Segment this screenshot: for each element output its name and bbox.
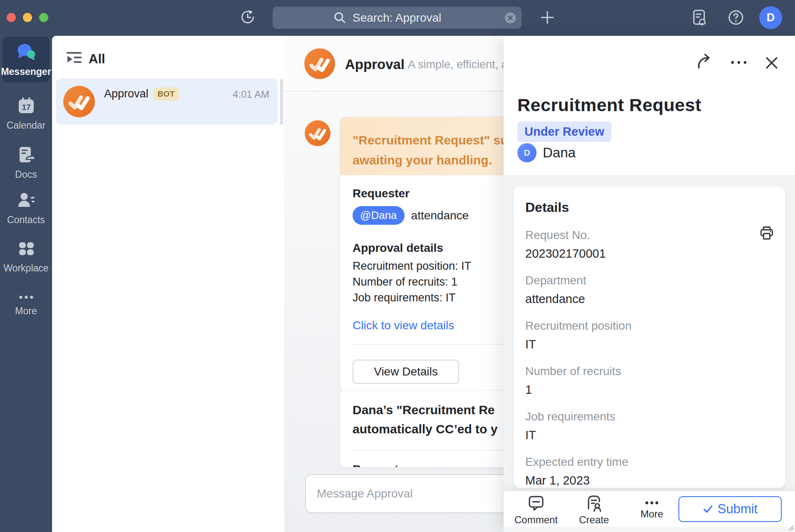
sidebar-item-messenger[interactable]: Messenger [2,37,50,82]
approval-bot-avatar [63,86,95,119]
chat-subtitle: A simple, efficient, ar [408,58,512,71]
sidebar-item-label: Messenger [1,66,51,77]
ellipsis-icon [17,293,36,303]
new-chat-button[interactable] [539,9,556,27]
window-titlebar: D [0,0,795,36]
sidebar-item-label: Contacts [7,214,45,226]
detail-row: Job requirements IT [525,410,773,443]
search-input[interactable] [353,11,461,25]
announcements-button[interactable] [690,8,709,27]
approval-bot-avatar [304,48,335,81]
sidebar-item-docs[interactable]: Docs [0,145,52,185]
mention-dana[interactable]: @Dana [353,206,405,225]
maximize-window-button[interactable] [39,13,48,22]
detail-row: Expected entry time Mar 1, 2023 [525,455,773,488]
user-avatar[interactable]: D [759,6,782,29]
print-button[interactable] [759,226,774,242]
history-button[interactable] [238,8,257,27]
submit-label: Submit [718,502,758,517]
approval-bot-avatar [305,120,330,148]
share-arrow-icon [695,66,713,72]
chat-title: Approval [345,57,405,72]
history-clock-icon [239,9,256,27]
detail-value: attendance [525,291,773,306]
sidebar-item-label: Calendar [7,120,45,131]
ellipsis-icon [643,495,660,507]
detail-label: Number of recruits [525,364,773,378]
create-group-icon [586,495,602,513]
chat-list-header: All [52,36,284,67]
chat-list-panel: All Approval BOT 4:01 AM [52,36,284,532]
conversation-name: Approval [104,87,149,100]
resize-grip-icon[interactable] [785,525,794,532]
docs-icon [17,145,36,166]
sidebar-item-contacts[interactable]: Contacts [0,191,52,231]
document-bell-icon [691,9,708,27]
detail-value: IT [525,428,773,443]
more-actions-button[interactable]: More [623,495,681,520]
comment-bubble-icon [528,495,544,513]
app-sidebar: Messenger 17 Calendar Docs [0,36,52,532]
detail-value: 1 [525,382,773,397]
minimize-window-button[interactable] [23,13,32,22]
approval-title: Recruitment Request [517,95,701,115]
question-mark-icon [728,10,744,27]
share-button[interactable] [694,52,714,72]
close-drawer-button[interactable] [763,54,781,72]
sidebar-item-label: Workplace [3,263,48,274]
sidebar-item-more[interactable]: More [0,288,52,328]
detail-row: Number of recruits 1 [525,364,773,397]
printer-icon [759,236,774,242]
bot-badge: BOT [154,87,179,101]
filter-icon[interactable] [66,51,82,67]
details-heading: Details [525,199,773,216]
sidebar-item-workplace[interactable]: Workplace [0,239,52,279]
window-bottom-edge [504,527,795,532]
detail-label: Recruitment position [525,319,773,333]
detail-label: Request No. [525,228,773,242]
detail-label: Job requirements [525,410,773,424]
requester-department: attendance [411,209,469,222]
detail-value: Mar 1, 2023 [525,473,773,488]
close-window-button[interactable] [7,13,16,22]
sidebar-item-label: Docs [15,169,37,180]
sidebar-item-calendar[interactable]: 17 Calendar [0,96,52,136]
more-options-button[interactable] [728,57,749,68]
detail-value: IT [525,337,773,352]
sidebar-item-label: More [15,306,37,317]
detail-row: Recruitment position IT [525,319,773,352]
clear-search-icon[interactable] [504,12,516,24]
help-button[interactable] [727,9,745,27]
app-window: D Messenger 17 [0,0,795,532]
drawer-content: Details Request No. 202302170001 [504,175,795,491]
comment-label: Comment [514,514,558,526]
conversation-item-approval[interactable]: Approval BOT 4:01 AM [56,79,278,124]
global-search[interactable] [273,7,522,29]
plus-icon [539,10,555,27]
close-icon [764,66,780,72]
details-card: Details Request No. 202302170001 [514,186,785,488]
contacts-icon [17,191,36,211]
traffic-lights [7,13,48,22]
approval-detail-drawer: Recruitment Request Under Review D Dana … [504,36,795,532]
action-bar: Comment Create Group [504,491,795,527]
requester-row: D Dana [517,143,576,162]
more-label: More [641,508,663,520]
check-icon [703,504,713,515]
requester-name: Dana [543,145,576,161]
submit-button[interactable]: Submit [678,496,782,522]
detail-label: Department [525,273,773,288]
comment-button[interactable]: Comment [507,495,565,526]
create-group-button[interactable]: Create Group [565,495,623,532]
chat-list-scrollbar[interactable] [280,79,283,125]
calendar-icon: 17 [17,96,36,117]
conversation-time: 4:01 AM [233,89,269,100]
view-details-button[interactable]: View Details [353,360,459,384]
status-badge: Under Review [517,122,611,142]
svg-text:17: 17 [22,103,30,112]
detail-row: Request No. 202302170001 [525,228,773,261]
dana-avatar: D [517,143,537,162]
search-icon [333,11,347,25]
messenger-bubbles-icon [15,42,37,65]
chat-filter-title: All [89,52,105,67]
